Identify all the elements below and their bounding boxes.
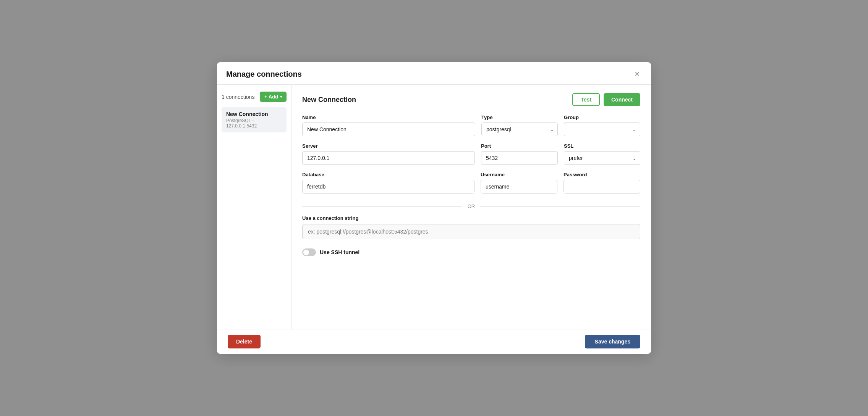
connect-button[interactable]: Connect (604, 93, 640, 106)
modal-body: 1 connections + Add ▾ New Connection Pos… (217, 85, 651, 329)
type-select-wrapper: postgresql ⌄ (481, 123, 558, 136)
chevron-down-icon: ▾ (280, 95, 282, 99)
toggle-slider (302, 248, 316, 256)
divider-line-right (480, 206, 640, 206)
form-title: New Connection (302, 96, 356, 104)
password-label: Password (564, 172, 640, 177)
manage-connections-modal: Manage connections × 1 connections + Add… (217, 62, 651, 354)
type-select[interactable]: postgresql (481, 123, 558, 136)
connections-count: 1 connections (222, 94, 254, 100)
group-select-wrapper: ⌄ (564, 123, 640, 136)
type-group: Type postgresql ⌄ (481, 114, 558, 136)
name-input[interactable] (302, 123, 475, 136)
port-group: Port (481, 143, 558, 165)
sidebar: 1 connections + Add ▾ New Connection Pos… (217, 85, 291, 329)
modal-footer: Delete Save changes (217, 329, 651, 354)
server-input[interactable] (302, 151, 475, 165)
ssl-select[interactable]: prefer (564, 151, 640, 165)
modal-header: Manage connections × (217, 62, 651, 85)
main-top: New Connection Test Connect (302, 93, 640, 106)
test-button[interactable]: Test (572, 93, 600, 106)
add-button-label: + Add (264, 94, 278, 100)
modal-overlay: Manage connections × 1 connections + Add… (0, 0, 868, 416)
port-input[interactable] (481, 151, 558, 165)
group-label: Group (564, 114, 640, 120)
form-row-2: Server Port SSL prefer ⌄ (302, 143, 640, 165)
group-select[interactable] (564, 123, 640, 136)
form-row-1: Name Type postgresql ⌄ Group (302, 114, 640, 136)
server-group: Server (302, 143, 475, 165)
password-input[interactable] (564, 180, 640, 193)
server-label: Server (302, 143, 475, 149)
connection-item-subtitle: PostgreSQL - 127.0.0.1:5432 (226, 118, 282, 129)
username-label: Username (481, 172, 557, 177)
form-row-3: Database Username Password (302, 172, 640, 193)
ssl-select-wrapper: prefer ⌄ (564, 151, 640, 165)
ssh-label: Use SSH tunnel (320, 249, 360, 255)
name-group: Name (302, 114, 475, 136)
password-group: Password (564, 172, 640, 193)
group-group: Group ⌄ (564, 114, 640, 136)
database-input[interactable] (302, 180, 474, 193)
name-label: Name (302, 114, 475, 120)
ssh-toggle[interactable] (302, 248, 316, 256)
add-button[interactable]: + Add ▾ (260, 92, 287, 102)
close-button[interactable]: × (632, 69, 642, 79)
database-label: Database (302, 172, 474, 177)
type-label: Type (481, 114, 558, 120)
database-group: Database (302, 172, 474, 193)
save-button[interactable]: Save changes (585, 335, 640, 348)
ssl-group: SSL prefer ⌄ (564, 143, 640, 165)
ssh-row: Use SSH tunnel (302, 248, 640, 256)
or-text: OR (468, 203, 475, 209)
username-input[interactable] (481, 180, 557, 193)
connection-item-name: New Connection (226, 111, 282, 117)
sidebar-top: 1 connections + Add ▾ (222, 92, 287, 102)
username-group: Username (481, 172, 557, 193)
modal-title: Manage connections (226, 70, 302, 79)
port-label: Port (481, 143, 558, 149)
conn-string-label: Use a connection string (302, 215, 640, 221)
or-divider: OR (302, 203, 640, 209)
connection-list-item[interactable]: New Connection PostgreSQL - 127.0.0.1:54… (222, 107, 287, 132)
main-content: New Connection Test Connect Name Type (291, 85, 651, 329)
ssl-label: SSL (564, 143, 640, 149)
divider-line-left (302, 206, 462, 206)
conn-string-input[interactable] (302, 224, 640, 239)
connection-string-section: Use a connection string (302, 215, 640, 239)
top-actions: Test Connect (572, 93, 640, 106)
delete-button[interactable]: Delete (228, 335, 261, 348)
